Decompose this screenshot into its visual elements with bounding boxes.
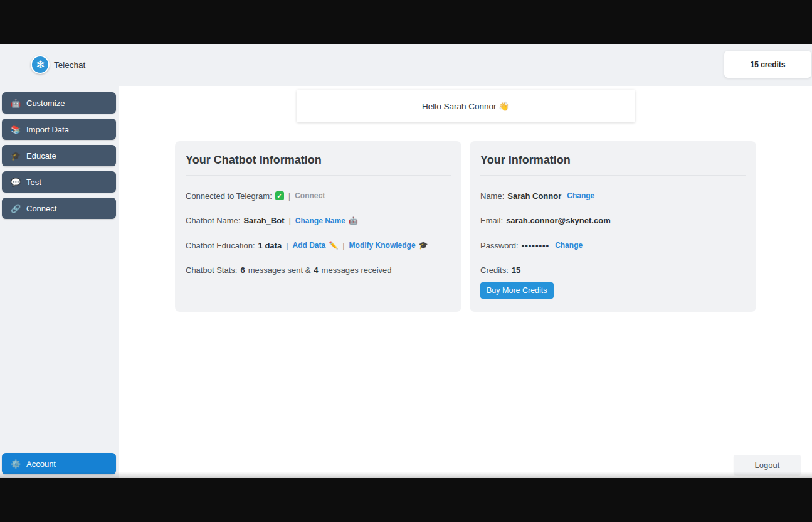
app-window: ❄ Telechat 15 credits 🤖 Customize 📚 Impo… bbox=[0, 44, 812, 478]
credits-badge[interactable]: 15 credits bbox=[724, 51, 811, 78]
sidebar-item-account[interactable]: ⚙️ Account bbox=[2, 453, 116, 474]
user-email-value: sarah.connor@skynet.com bbox=[506, 216, 611, 225]
separator: | bbox=[288, 191, 290, 201]
sidebar-item-test[interactable]: 💬 Test bbox=[2, 171, 116, 193]
pencil-icon: ✏️ bbox=[329, 242, 338, 249]
messages-sent-text: messages sent & bbox=[248, 265, 311, 275]
chatbot-name-label: Chatbot Name: bbox=[186, 216, 240, 225]
sidebar-item-label: Account bbox=[26, 459, 56, 469]
chatbot-stats-row: Chatbot Stats: 6 messages sent & 4 messa… bbox=[186, 265, 451, 275]
add-data-link[interactable]: Add Data bbox=[293, 241, 326, 250]
chatbot-information-card: Your Chatbot Information Connected to Te… bbox=[175, 141, 461, 312]
chatbot-education-row: Chatbot Education: 1 data | Add Data ✏️ … bbox=[186, 241, 451, 250]
robot-icon: 🤖 bbox=[11, 99, 20, 107]
sidebar-item-label: Test bbox=[26, 178, 41, 187]
graduation-cap-icon: 🎓 bbox=[11, 152, 20, 160]
link-icon: 🔗 bbox=[11, 205, 20, 213]
brand-title: Telechat bbox=[54, 44, 85, 86]
chatbot-name-row: Chatbot Name: Sarah_Bot | Change Name 🤖 bbox=[186, 216, 451, 225]
user-name-value: Sarah Connor bbox=[507, 191, 561, 201]
user-email-label: Email: bbox=[480, 216, 503, 225]
speech-balloon-icon: 💬 bbox=[11, 178, 20, 186]
password-dots: •••••••• bbox=[522, 241, 549, 250]
gear-icon: ⚙️ bbox=[11, 460, 20, 468]
divider bbox=[480, 175, 746, 176]
user-credits-label: Credits: bbox=[480, 265, 509, 275]
green-check-icon: ✓ bbox=[275, 191, 284, 200]
separator: | bbox=[286, 241, 288, 250]
user-name-label: Name: bbox=[480, 191, 504, 201]
user-email-row: Email: sarah.connor@skynet.com bbox=[480, 216, 746, 225]
sidebar-item-import-data[interactable]: 📚 Import Data bbox=[2, 119, 116, 140]
user-information-card: Your Information Name: Sarah Connor Chan… bbox=[470, 141, 756, 312]
main-content: Hello Sarah Connor 👋 Your Chatbot Inform… bbox=[119, 86, 812, 478]
user-card-title: Your Information bbox=[480, 151, 746, 167]
connect-link[interactable]: Connect bbox=[295, 191, 325, 200]
chatbot-education-value: 1 data bbox=[258, 241, 282, 250]
user-password-row: Password: •••••••• Change bbox=[480, 241, 746, 250]
greeting-card: Hello Sarah Connor 👋 bbox=[297, 90, 635, 122]
divider bbox=[186, 175, 451, 176]
sidebar-nav: 🤖 Customize 📚 Import Data 🎓 Educate 💬 Te… bbox=[0, 86, 119, 219]
modify-knowledge-link[interactable]: Modify Knowledge bbox=[349, 241, 416, 250]
sidebar-item-customize[interactable]: 🤖 Customize bbox=[2, 92, 116, 114]
user-credits-value: 15 bbox=[512, 265, 520, 275]
separator: | bbox=[288, 216, 290, 225]
info-cards-row: Your Chatbot Information Connected to Te… bbox=[119, 141, 812, 312]
telechat-logo-icon: ❄ bbox=[31, 55, 50, 74]
change-name-link[interactable]: Change bbox=[567, 191, 594, 200]
sidebar-item-educate[interactable]: 🎓 Educate bbox=[2, 145, 116, 166]
chatbot-card-title: Your Chatbot Information bbox=[186, 151, 451, 167]
sidebar: 🤖 Customize 📚 Import Data 🎓 Educate 💬 Te… bbox=[0, 86, 119, 478]
telegram-status-row: Connected to Telegram: ✓ | Connect bbox=[186, 191, 451, 201]
sidebar-item-label: Import Data bbox=[26, 125, 69, 134]
change-password-link[interactable]: Change bbox=[555, 241, 583, 250]
sidebar-item-label: Customize bbox=[26, 99, 65, 108]
books-icon: 📚 bbox=[11, 125, 20, 134]
logout-button[interactable]: Logout bbox=[734, 455, 801, 475]
messages-received-text: messages received bbox=[322, 265, 392, 275]
chatbot-education-label: Chatbot Education: bbox=[186, 241, 255, 250]
separator: | bbox=[342, 241, 344, 250]
graduation-cap-icon: 🎓 bbox=[419, 242, 428, 249]
chatbot-name-value: Sarah_Bot bbox=[243, 216, 284, 225]
messages-sent-value: 6 bbox=[240, 265, 245, 275]
user-name-row: Name: Sarah Connor Change bbox=[480, 191, 746, 201]
messages-received-value: 4 bbox=[314, 265, 318, 275]
sidebar-item-label: Connect bbox=[26, 204, 56, 213]
snowflake-icon: ❄ bbox=[36, 60, 45, 70]
greeting-text: Hello Sarah Connor 👋 bbox=[422, 101, 509, 111]
user-credits-row: Credits: 15 bbox=[480, 265, 746, 275]
user-password-label: Password: bbox=[480, 241, 519, 250]
robot-icon: 🤖 bbox=[349, 217, 358, 225]
change-name-link[interactable]: Change Name bbox=[295, 216, 345, 225]
sidebar-item-label: Educate bbox=[26, 151, 56, 161]
top-header: ❄ Telechat 15 credits bbox=[0, 44, 812, 86]
buy-more-credits-button[interactable]: Buy More Credits bbox=[480, 282, 554, 299]
chatbot-stats-label: Chatbot Stats: bbox=[186, 265, 237, 275]
sidebar-item-connect[interactable]: 🔗 Connect bbox=[2, 198, 116, 219]
telegram-status-label: Connected to Telegram: bbox=[186, 191, 272, 201]
